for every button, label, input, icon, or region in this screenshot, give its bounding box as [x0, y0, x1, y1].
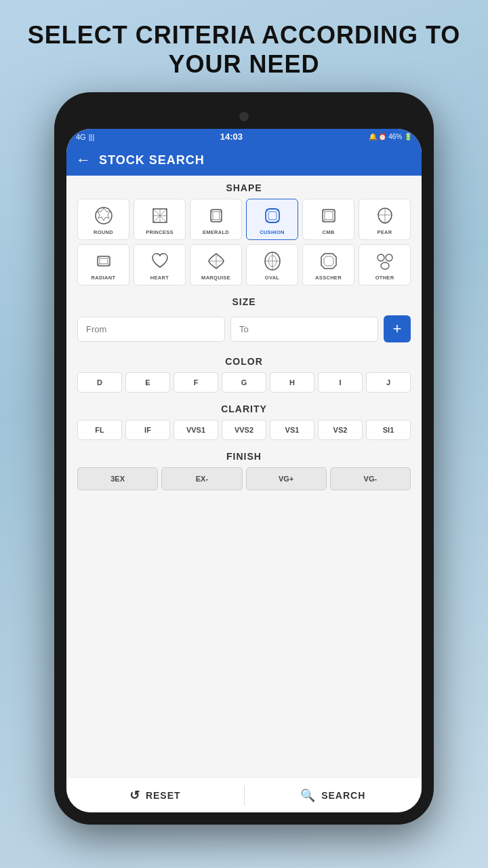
status-bar: 4G||| 14:03 🔔 ⏰ 46% 🔋	[66, 129, 422, 144]
svg-rect-8	[213, 212, 220, 220]
clarity-grid: FL IF VVS1 VVS2 VS1 VS2 SI1	[75, 420, 413, 440]
headline: SELECT CRITERIA ACCORDING TO YOUR NEED	[0, 0, 488, 92]
size-add-button[interactable]: +	[384, 315, 411, 342]
clarity-VS1[interactable]: VS1	[270, 420, 314, 440]
search-label: SEARCH	[321, 790, 365, 801]
round-icon	[92, 203, 116, 228]
clarity-IF[interactable]: IF	[125, 420, 170, 440]
svg-rect-28	[100, 258, 108, 264]
clarity-title: CLARITY	[75, 403, 413, 414]
shape-oval[interactable]: OVAL	[246, 244, 298, 285]
cushion-label: CUSHION	[260, 229, 285, 235]
status-right: 🔔 ⏰ 46% 🔋	[369, 133, 412, 140]
emerald-label: EMERALD	[203, 229, 229, 235]
other-icon	[373, 249, 397, 273]
status-time: 14:03	[220, 132, 243, 142]
svg-marker-39	[321, 254, 336, 269]
svg-point-43	[381, 262, 389, 269]
color-title: COLOR	[75, 356, 413, 367]
shape-title: SHAPE	[75, 182, 413, 193]
round-label: ROUND	[94, 229, 113, 235]
finish-3EX[interactable]: 3EX	[77, 467, 158, 490]
radiant-icon	[92, 249, 116, 273]
color-G[interactable]: G	[222, 372, 266, 393]
screen-content[interactable]: SHAPE ROUND	[66, 176, 422, 777]
marquise-icon	[204, 249, 228, 273]
color-E[interactable]: E	[125, 372, 170, 393]
color-H[interactable]: H	[270, 372, 314, 393]
search-button[interactable]: 🔍 SEARCH	[245, 778, 422, 812]
shape-round[interactable]: ROUND	[77, 199, 129, 240]
asscher-label: ASSCHER	[315, 275, 342, 281]
cushion-icon	[260, 203, 285, 228]
pear-label: PEAR	[377, 229, 392, 235]
clarity-FL[interactable]: FL	[77, 420, 122, 440]
svg-rect-14	[268, 212, 277, 220]
shape-radiant[interactable]: RADIANT	[77, 244, 129, 285]
search-icon: 🔍	[300, 788, 316, 803]
marquise-label: MARQUISE	[201, 275, 230, 281]
status-left: 4G|||	[76, 133, 94, 141]
size-title: SIZE	[75, 296, 413, 307]
shape-heart[interactable]: HEART	[134, 244, 186, 285]
oval-icon	[260, 249, 285, 273]
finish-VG+[interactable]: VG+	[246, 467, 327, 490]
phone-frame: 4G||| 14:03 🔔 ⏰ 46% 🔋 ← STOCK SEARCH SHA…	[54, 92, 434, 825]
finish-VG-[interactable]: VG-	[330, 467, 411, 490]
shape-other[interactable]: OTHER	[359, 244, 411, 285]
princess-label: PRINCESS	[146, 229, 174, 235]
clarity-section: CLARITY FL IF VVS1 VVS2 VS1 VS2 SI1	[66, 397, 422, 444]
size-row: +	[75, 313, 413, 345]
reset-button[interactable]: ↺ RESET	[66, 778, 244, 812]
color-J[interactable]: J	[366, 372, 411, 393]
reset-label: RESET	[146, 790, 181, 801]
svg-point-42	[386, 254, 392, 261]
size-to-input[interactable]	[230, 317, 378, 342]
svg-marker-1	[98, 208, 110, 220]
shape-pear[interactable]: PEAR	[359, 199, 411, 240]
princess-icon	[148, 203, 172, 228]
heart-icon	[148, 249, 172, 273]
asscher-icon	[317, 249, 341, 273]
color-F[interactable]: F	[174, 372, 218, 393]
app-title: STOCK SEARCH	[99, 153, 205, 167]
reset-icon: ↺	[129, 788, 140, 803]
shape-emerald[interactable]: EMERALD	[190, 199, 242, 240]
phone-camera	[239, 112, 249, 121]
shape-cushion[interactable]: CUSHION	[246, 199, 298, 240]
svg-rect-20	[325, 212, 333, 220]
finish-grid: 3EX EX- VG+ VG-	[75, 467, 413, 490]
svg-marker-40	[324, 256, 333, 266]
color-section: COLOR D E F G H I J	[66, 349, 422, 397]
svg-point-41	[378, 254, 384, 261]
shape-asscher[interactable]: ASSCHER	[302, 244, 354, 285]
emerald-icon	[204, 203, 228, 228]
color-I[interactable]: I	[318, 372, 363, 393]
shape-cmb[interactable]: CMB	[302, 199, 354, 240]
shape-section: SHAPE ROUND	[66, 176, 422, 290]
app-header: ← STOCK SEARCH	[66, 144, 422, 176]
pear-icon	[373, 203, 397, 228]
shape-grid: ROUND PRINCESS	[75, 199, 413, 285]
clarity-SI1[interactable]: SI1	[366, 420, 411, 440]
finish-EX-[interactable]: EX-	[161, 467, 242, 490]
color-D[interactable]: D	[77, 372, 122, 393]
clarity-VS2[interactable]: VS2	[318, 420, 363, 440]
bottom-bar: ↺ RESET 🔍 SEARCH	[66, 777, 422, 812]
cmb-label: CMB	[323, 229, 335, 235]
size-from-input[interactable]	[77, 317, 225, 342]
shape-marquise[interactable]: MARQUISE	[190, 244, 242, 285]
finish-section: FINISH 3EX EX- VG+ VG-	[66, 444, 422, 494]
clarity-VVS1[interactable]: VVS1	[174, 420, 218, 440]
finish-title: FINISH	[75, 451, 413, 462]
back-button[interactable]: ←	[76, 151, 91, 169]
clarity-VVS2[interactable]: VVS2	[222, 420, 266, 440]
phone-screen: 4G||| 14:03 🔔 ⏰ 46% 🔋 ← STOCK SEARCH SHA…	[66, 129, 422, 812]
svg-point-0	[96, 208, 112, 224]
color-grid: D E F G H I J	[75, 372, 413, 393]
heart-label: HEART	[150, 275, 169, 281]
cmb-icon	[317, 203, 341, 228]
shape-princess[interactable]: PRINCESS	[134, 199, 186, 240]
other-label: OTHER	[375, 275, 394, 281]
radiant-label: RADIANT	[92, 275, 116, 281]
